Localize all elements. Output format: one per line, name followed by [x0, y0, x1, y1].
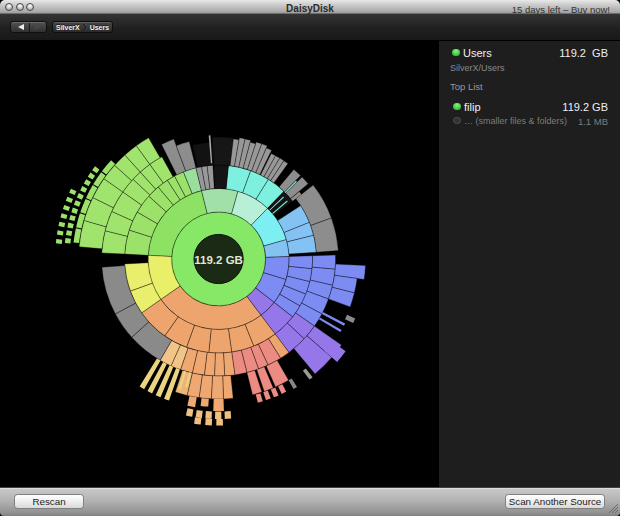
svg-text:119.2 GB: 119.2 GB	[194, 254, 243, 266]
